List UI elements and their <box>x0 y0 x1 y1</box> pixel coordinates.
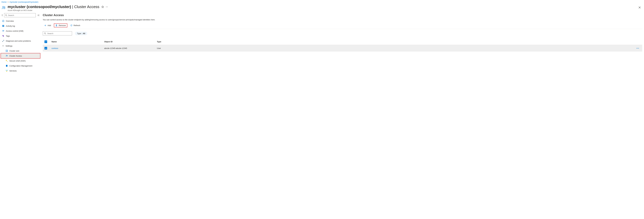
svg-point-1 <box>4 7 5 8</box>
breadcrumb-current[interactable]: mycluster (contosopool/mycluster) <box>10 1 38 3</box>
sidebar-item-diagnose[interactable]: Diagnose and solve problems <box>1 38 40 43</box>
tags-icon <box>2 35 4 37</box>
close-icon[interactable] <box>638 6 642 10</box>
chevron-right-icon <box>8 2 9 3</box>
row-more-actions-icon[interactable]: ••• <box>636 47 639 49</box>
sidebar-item-label: Overview <box>6 20 14 22</box>
svg-point-0 <box>2 6 4 8</box>
page-subtitle: Azure HDInsight on AKS cluster <box>8 9 108 12</box>
svg-point-14 <box>3 36 3 36</box>
sidebar-item-config-mgmt[interactable]: Configuration Management <box>1 63 40 68</box>
sidebar-item-services[interactable]: Services <box>1 68 40 73</box>
search-icon <box>5 14 7 16</box>
column-header-type[interactable]: Type <box>157 41 210 43</box>
sidebar-item-label: Settings <box>6 45 12 47</box>
svg-point-13 <box>4 30 4 31</box>
sidebar-item-label: Diagnose and solve problems <box>6 40 31 42</box>
filters: Type : All <box>43 31 642 36</box>
svg-point-16 <box>6 55 7 56</box>
table-row: contoso abcde-12345-abcde-12345 User ••• <box>43 45 642 52</box>
svg-rect-22 <box>6 71 7 72</box>
refresh-button[interactable]: Refresh <box>69 24 82 27</box>
sidebar-item-label: Cluster Access <box>9 55 22 57</box>
filter-search-input[interactable] <box>47 32 72 35</box>
page-title: mycluster (contosopool/mycluster) | Clus… <box>8 5 100 9</box>
services-icon <box>6 70 8 72</box>
table-header: Name Object ID Type <box>43 39 642 45</box>
select-all-checkbox[interactable] <box>44 41 47 43</box>
breadcrumb: Home mycluster (contosopool/mycluster) <box>0 0 644 4</box>
svg-rect-20 <box>6 70 6 71</box>
sidebar-group-settings[interactable]: Settings <box>1 43 40 48</box>
toolbar-label: Remove <box>59 24 66 27</box>
main-content: Cluster Access You can control access to… <box>41 13 644 73</box>
sidebar-item-tags[interactable]: Tags <box>1 33 40 38</box>
sidebar: Overview Activity log Access control (IA… <box>0 13 41 73</box>
column-header-object-id[interactable]: Object ID <box>104 41 157 43</box>
diagnose-icon <box>2 40 4 42</box>
row-name-link[interactable]: contoso <box>52 47 58 49</box>
filter-value: All <box>83 32 85 35</box>
section-description: You can control access to the cluster en… <box>43 19 642 21</box>
svg-rect-21 <box>7 70 8 71</box>
plus-icon <box>44 24 46 27</box>
sidebar-item-label: Configuration Management <box>9 65 32 67</box>
section-title: Cluster Access <box>43 14 642 17</box>
svg-point-3 <box>106 7 106 7</box>
sidebar-item-activity-log[interactable]: Activity log <box>1 24 40 29</box>
more-actions-icon[interactable] <box>106 6 108 8</box>
sidebar-item-label: Cluster size <box>9 50 19 52</box>
cluster-users-icon <box>2 6 6 10</box>
add-button[interactable]: Add <box>43 24 52 27</box>
svg-point-5 <box>107 7 108 7</box>
svg-point-6 <box>6 15 7 16</box>
row-object-id: abcde-12345-abcde-12345 <box>104 47 157 49</box>
access-table: Name Object ID Type contoso abcde-12345-… <box>43 39 642 52</box>
sidebar-item-overview[interactable]: Overview <box>1 19 40 24</box>
sidebar-item-label: Secure shell (SSH) <box>9 60 26 62</box>
toolbar: Add Remove Refresh <box>43 24 642 29</box>
breadcrumb-home[interactable]: Home <box>2 1 6 3</box>
row-checkbox[interactable] <box>44 47 47 50</box>
sidebar-item-label: Access control (IAM) <box>6 30 24 32</box>
type-filter-pill[interactable]: Type : All <box>75 32 87 35</box>
remove-button[interactable]: Remove <box>54 24 67 27</box>
config-mgmt-icon <box>6 65 8 67</box>
sidebar-item-cluster-size[interactable]: Cluster size <box>1 48 40 53</box>
svg-point-17 <box>7 55 8 56</box>
expand-collapse-icon[interactable] <box>2 14 3 16</box>
sidebar-item-label: Activity log <box>6 25 15 27</box>
row-type: User <box>157 47 210 49</box>
sidebar-item-label: Tags <box>6 35 10 37</box>
favorite-star-icon[interactable] <box>102 6 104 8</box>
svg-marker-2 <box>102 6 104 8</box>
iam-icon <box>2 30 4 32</box>
search-icon <box>44 32 46 35</box>
svg-rect-19 <box>6 65 8 67</box>
toolbar-label: Refresh <box>74 24 80 27</box>
sidebar-item-cluster-access[interactable]: Cluster Access <box>1 53 40 58</box>
filter-search[interactable] <box>43 31 72 36</box>
svg-point-12 <box>3 30 3 31</box>
trash-icon <box>55 24 58 27</box>
sidebar-item-ssh[interactable]: Secure shell (SSH) <box>1 58 40 63</box>
filter-label: Type : <box>77 32 82 35</box>
svg-point-4 <box>106 7 107 7</box>
cluster-size-icon <box>6 50 8 52</box>
column-header-name[interactable]: Name <box>52 41 104 43</box>
svg-rect-11 <box>3 26 3 27</box>
sidebar-item-iam[interactable]: Access control (IAM) <box>1 29 40 33</box>
collapse-sidebar-icon[interactable] <box>37 14 40 17</box>
sidebar-item-label: Services <box>9 70 17 72</box>
chevron-down-icon <box>2 45 4 47</box>
sidebar-search-input[interactable] <box>8 14 35 17</box>
svg-point-23 <box>44 33 46 34</box>
ssh-key-icon <box>6 60 8 62</box>
sidebar-search[interactable] <box>4 13 36 17</box>
activity-log-icon <box>2 25 4 27</box>
overview-icon <box>2 20 4 22</box>
toolbar-label: Add <box>48 24 51 27</box>
page-header: mycluster (contosopool/mycluster) | Clus… <box>0 4 644 13</box>
refresh-icon <box>70 24 72 27</box>
cluster-access-icon <box>6 55 8 57</box>
